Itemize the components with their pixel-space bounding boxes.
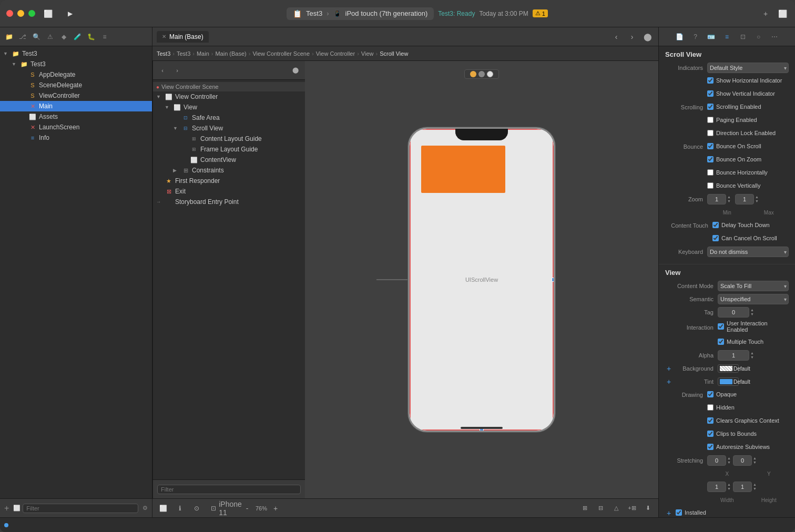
outline-item-scroll-view[interactable]: ▼ ⊟ Scroll View xyxy=(153,123,305,134)
bc-item-8[interactable]: Scroll View xyxy=(380,50,408,57)
outline-filter-input[interactable] xyxy=(157,485,301,494)
options-btn[interactable]: ⚙ xyxy=(142,505,148,511)
show-horizontal-checkbox[interactable] xyxy=(707,77,714,84)
stretch-w-input[interactable] xyxy=(707,482,726,492)
align-btn[interactable]: ⊟ xyxy=(594,502,607,515)
device-name-btn[interactable]: iPhone 11 xyxy=(224,502,237,515)
orange-rectangle[interactable] xyxy=(421,146,505,193)
constraints-btn[interactable]: ⊞ xyxy=(578,502,591,515)
expand-arrow-test3[interactable]: ▼ xyxy=(12,62,20,67)
zoom-max-stepper-btns[interactable]: ▲▼ xyxy=(755,195,759,203)
tree-item-root[interactable]: ▼ 📁 Test3 xyxy=(0,48,152,59)
semantic-select[interactable]: Unspecified xyxy=(718,294,789,304)
show-vertical-checkbox[interactable] xyxy=(707,90,714,97)
outline-item-constraints[interactable]: ▶ ⊞ Constraints xyxy=(153,165,305,176)
outline-item-view[interactable]: ▼ ⬜ View xyxy=(153,102,305,112)
scene-dot-3[interactable] xyxy=(487,71,493,77)
stretch-y-stepper-btns[interactable]: ▲▼ xyxy=(753,456,757,465)
scroll-view-border[interactable]: UIScrollView xyxy=(410,129,554,431)
background-swatch[interactable]: Default xyxy=(718,364,739,373)
tree-item-info[interactable]: ≡ Info xyxy=(0,132,152,143)
keyboard-select-wrap[interactable]: Do not dismiss xyxy=(707,247,789,257)
tree-item-main[interactable]: ✕ Main xyxy=(0,101,152,111)
stretch-x-stepper-btns[interactable]: ▲▼ xyxy=(727,456,731,465)
scrolling-enabled-checkbox[interactable] xyxy=(707,104,714,110)
delay-touch-checkbox[interactable] xyxy=(712,222,719,228)
sidebar-toggle-icon[interactable]: ⬜ xyxy=(42,7,54,20)
debug-icon-btn[interactable]: 🐛 xyxy=(85,31,97,43)
view-arrow[interactable]: ▼ xyxy=(165,105,173,110)
zoom-min-input[interactable] xyxy=(707,194,726,204)
attributes-inspector-icon[interactable]: ≡ xyxy=(721,31,733,43)
tag-input[interactable] xyxy=(718,307,749,318)
related-files-btn[interactable]: ⬤ xyxy=(641,30,654,43)
autoresize-checkbox[interactable] xyxy=(707,444,714,450)
device-btn[interactable]: ⊙ xyxy=(190,502,203,515)
filter-input[interactable] xyxy=(23,504,138,513)
split-editor-icon[interactable]: ⬜ xyxy=(776,7,789,20)
tag-stepper-btns[interactable]: ▲▼ xyxy=(750,308,754,316)
back-btn[interactable]: ‹ xyxy=(610,30,623,43)
bc-item-4[interactable]: Main (Base) xyxy=(215,50,246,57)
alpha-input[interactable] xyxy=(718,350,749,361)
tree-item-viewcontroller[interactable]: S ViewController xyxy=(0,90,152,101)
outline-item-contentview[interactable]: ⬜ ContentView xyxy=(153,155,305,165)
add-constraint-btn[interactable]: +⊞ xyxy=(626,502,638,515)
scene-dot-2[interactable] xyxy=(478,71,485,77)
direction-lock-checkbox[interactable] xyxy=(707,130,714,136)
quick-help-icon[interactable]: ? xyxy=(690,31,701,43)
tree-item-test3[interactable]: ▼ 📁 Test3 xyxy=(0,59,152,69)
stretch-x-input[interactable] xyxy=(707,455,726,466)
outline-item-safe-area[interactable]: ⊡ Safe Area xyxy=(153,112,305,123)
zoom-min-stepper-btns[interactable]: ▲▼ xyxy=(727,195,731,203)
warning-icon-btn[interactable]: ⚠ xyxy=(44,31,56,43)
clears-graphics-checkbox[interactable] xyxy=(707,417,714,424)
bc-item-2[interactable]: Test3 xyxy=(177,50,190,57)
paging-checkbox[interactable] xyxy=(707,117,714,123)
canvas-area[interactable]: ▶ UIScrollView xyxy=(305,61,658,498)
minimize-button[interactable] xyxy=(17,10,24,17)
identity-inspector-icon[interactable]: 🪪 xyxy=(706,31,717,43)
bc-item-1[interactable]: Test3 xyxy=(157,50,170,57)
alpha-stepper-btns[interactable]: ▲▼ xyxy=(750,351,754,360)
forward-btn[interactable]: › xyxy=(626,30,638,43)
indicators-select[interactable]: Default Style xyxy=(707,63,789,73)
breakpoint-icon-btn[interactable]: ◆ xyxy=(58,31,69,43)
bc-item-5[interactable]: View Controller Scene xyxy=(252,50,310,57)
tint-swatch[interactable]: Default xyxy=(718,377,739,386)
installed-checkbox[interactable] xyxy=(676,509,682,516)
keyboard-select[interactable]: Do not dismiss xyxy=(707,247,789,257)
size-inspector-icon[interactable]: ⊡ xyxy=(737,31,749,43)
background-plus-btn[interactable]: + xyxy=(665,365,672,372)
maximize-button[interactable] xyxy=(28,10,35,17)
outline-item-clg[interactable]: ⊞ Content Layout Guide xyxy=(153,134,305,144)
tab-main-base[interactable]: ✕ Main (Base) xyxy=(157,31,209,43)
update-frames-btn[interactable]: △ xyxy=(610,502,623,515)
content-mode-select-wrap[interactable]: Scale To Fill xyxy=(718,281,789,291)
bc-item-6[interactable]: View Controller xyxy=(316,50,355,57)
find-icon-btn[interactable]: 🔍 xyxy=(30,31,42,43)
frame-toggle-btn[interactable]: ⬜ xyxy=(157,502,169,515)
stretch-h-input[interactable] xyxy=(733,482,752,492)
user-interaction-checkbox[interactable] xyxy=(718,323,724,330)
vcs-icon-btn[interactable]: ⎇ xyxy=(17,31,28,43)
sv-arrow[interactable]: ▼ xyxy=(173,126,181,131)
stretch-w-stepper-btns[interactable]: ▲▼ xyxy=(727,483,731,491)
more-icon[interactable]: ⋯ xyxy=(769,31,780,43)
zoom-in-btn[interactable]: + xyxy=(269,502,282,515)
hidden-checkbox[interactable] xyxy=(707,404,714,411)
add-button[interactable]: + xyxy=(759,7,772,20)
bc-item-7[interactable]: View xyxy=(361,50,374,57)
outline-item-entry-point[interactable]: → Storyboard Entry Point xyxy=(153,197,305,207)
log-icon-btn[interactable]: ≡ xyxy=(99,31,110,43)
stretch-y-input[interactable] xyxy=(733,455,752,466)
outline-forward[interactable]: › xyxy=(171,64,184,77)
outline-item-first-responder[interactable]: ★ First Responder xyxy=(153,176,305,186)
bc-item-3[interactable]: Main xyxy=(197,50,209,57)
test-icon-btn[interactable]: 🧪 xyxy=(72,31,83,43)
expand-arrow[interactable]: ▼ xyxy=(3,51,12,56)
bounce-v-checkbox[interactable] xyxy=(707,182,714,189)
add-group-btn[interactable]: + xyxy=(4,504,9,513)
scene-dot-1[interactable] xyxy=(470,71,476,77)
tree-item-launchscreen[interactable]: ✕ LaunchScreen xyxy=(0,122,152,132)
